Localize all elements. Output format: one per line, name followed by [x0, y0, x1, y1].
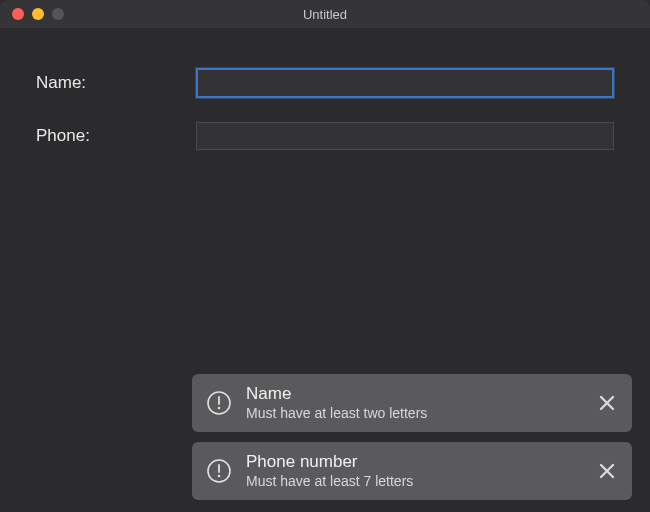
form-row-phone: Phone: [36, 122, 614, 150]
alert-circle-icon [206, 458, 232, 484]
close-icon [599, 395, 615, 411]
notification-close-button[interactable] [596, 392, 618, 414]
traffic-lights [0, 8, 64, 20]
alert-circle-icon [206, 390, 232, 416]
window-title: Untitled [0, 7, 650, 22]
notification-message: Must have at least 7 letters [246, 473, 582, 490]
form-row-name: Name: [36, 68, 614, 98]
maximize-window-button[interactable] [52, 8, 64, 20]
titlebar: Untitled [0, 0, 650, 28]
notification-body: Name Must have at least two letters [246, 384, 582, 422]
notifications-container: Name Must have at least two letters Phon… [192, 374, 632, 500]
notification-body: Phone number Must have at least 7 letter… [246, 452, 582, 490]
close-icon [599, 463, 615, 479]
phone-input[interactable] [196, 122, 614, 150]
notification-message: Must have at least two letters [246, 405, 582, 422]
notification-title: Phone number [246, 452, 582, 472]
svg-point-2 [218, 406, 221, 409]
notification: Name Must have at least two letters [192, 374, 632, 432]
name-input-wrap [196, 68, 614, 98]
name-input[interactable] [196, 68, 614, 98]
close-window-button[interactable] [12, 8, 24, 20]
phone-input-wrap [196, 122, 614, 150]
phone-label: Phone: [36, 126, 196, 146]
svg-point-7 [218, 475, 221, 478]
form-content: Name: Phone: [0, 28, 650, 150]
notification-title: Name [246, 384, 582, 404]
notification: Phone number Must have at least 7 letter… [192, 442, 632, 500]
name-label: Name: [36, 73, 196, 93]
notification-close-button[interactable] [596, 460, 618, 482]
minimize-window-button[interactable] [32, 8, 44, 20]
